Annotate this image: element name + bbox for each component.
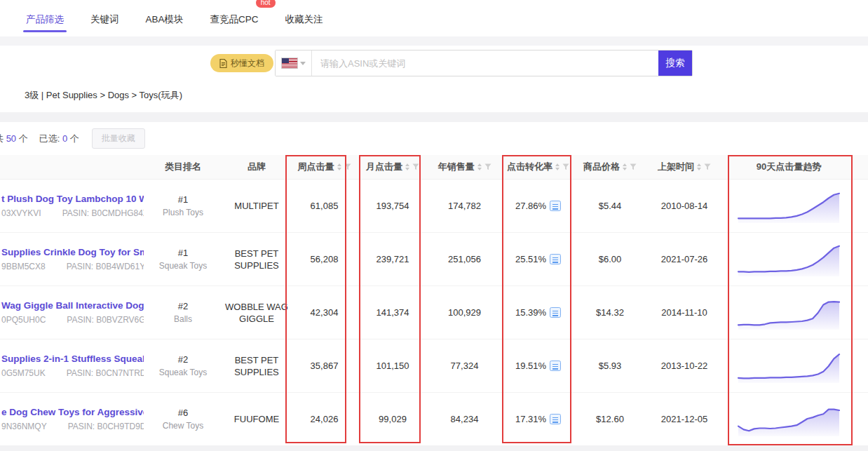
filter-funnel-icon[interactable]: [484, 163, 491, 170]
filter-funnel-icon[interactable]: [704, 163, 711, 170]
month-clicks-value: 239,721: [358, 254, 428, 264]
product-asin-line: 0G5M75UK PASIN: B0CN7NTRDC: [1, 368, 144, 378]
tab-label: 关键词: [90, 14, 119, 25]
trend-sparkline: [736, 187, 841, 225]
week-clicks-value: 61,085: [291, 201, 358, 211]
header-week-clicks: 周点击量: [291, 161, 358, 173]
year-sales-value: 77,324: [428, 361, 501, 371]
filter-funnel-icon[interactable]: [412, 163, 419, 170]
header-category-rank: 类目排名: [144, 161, 222, 173]
total-count: 50: [6, 133, 16, 144]
filter-funnel-icon[interactable]: [562, 163, 569, 170]
result-toolbar: 共 50 个 已选: 0 个 批量收藏: [0, 122, 868, 155]
tab-label: 收藏关注: [285, 14, 323, 25]
pasin: PASIN: B0CN7NTRDC: [67, 368, 144, 378]
conversion-detail-icon[interactable]: [550, 201, 561, 211]
tab-product-filter[interactable]: 产品筛选: [25, 2, 65, 35]
listed-date-value: 2014-11-10: [645, 307, 724, 318]
rank-number: #2: [178, 354, 188, 365]
conversion-value: 15.39%: [515, 307, 546, 318]
asin-fragment: 0PQ5UH0C: [1, 315, 46, 325]
product-title-link[interactable]: e Dog Chew Toys for Aggressive Chew...: [1, 407, 144, 417]
header-label: 商品价格: [583, 161, 620, 173]
pasin: PASIN: B0B4WD61Y6: [67, 262, 144, 271]
search-input[interactable]: [312, 51, 658, 76]
sort-icon[interactable]: [477, 163, 482, 170]
table-row: Supplies Crinkle Dog Toy for Small M... …: [0, 233, 868, 286]
top-tabbar: 产品筛选 关键词 ABA模块 查竞品CPC hot 收藏关注: [0, 0, 868, 36]
asin-fragment: 0G5M75UK: [1, 368, 46, 378]
trend-sparkline: [736, 241, 841, 278]
product-title-link[interactable]: t Plush Dog Toy Lambchop 10 White/T...: [1, 194, 144, 204]
conversion-value: 27.86%: [515, 201, 546, 211]
product-title-link[interactable]: Supplies 2-in-1 Stuffless Squeaky Do...: [1, 354, 144, 364]
header-listed-date: 上架时间: [645, 161, 724, 173]
product-title-link[interactable]: Supplies Crinkle Dog Toy for Small M...: [1, 247, 144, 257]
tab-keywords[interactable]: 关键词: [89, 2, 121, 35]
conversion-value: 19.51%: [515, 361, 546, 371]
doc-guide-button[interactable]: 秒懂文档: [210, 54, 273, 72]
price-value: $5.44: [575, 201, 645, 211]
conversion-detail-icon[interactable]: [550, 361, 561, 371]
year-sales-value: 100,929: [428, 307, 501, 318]
filter-funnel-icon[interactable]: [630, 163, 637, 170]
header-year-sales: 年销售量: [428, 161, 501, 173]
brand-name: FUUFOME: [234, 413, 279, 425]
marketplace-select[interactable]: [276, 51, 312, 76]
conversion-detail-icon[interactable]: [550, 307, 561, 318]
rank-category: Plush Toys: [163, 208, 203, 217]
header-brand: 品牌: [222, 161, 291, 173]
rank-number: #1: [178, 194, 188, 205]
price-value: $12.60: [575, 414, 645, 424]
selected-unit: 个: [70, 133, 79, 145]
batch-favorite-button[interactable]: 批量收藏: [92, 128, 145, 149]
tab-aba-module[interactable]: ABA模块: [144, 2, 185, 35]
header-label: 点击转化率: [507, 161, 552, 173]
asin-fragment: 9N36NMQY: [1, 422, 47, 431]
breadcrumb: 3级 | Pet Supplies > Dogs > Toys(玩具): [25, 89, 182, 102]
price-value: $5.93: [575, 361, 645, 371]
product-asin-line: 03XVYKVI PASIN: B0CMDHG84X: [1, 208, 144, 218]
week-clicks-value: 35,867: [291, 361, 358, 371]
tab-label: 产品筛选: [26, 14, 64, 25]
brand-name: WOBBLE WAG GIGGLE: [222, 301, 291, 325]
week-clicks-value: 56,208: [291, 254, 358, 264]
table-row: Supplies 2-in-1 Stuffless Squeaky Do... …: [0, 339, 868, 393]
sort-icon[interactable]: [623, 163, 627, 170]
document-icon: [219, 59, 227, 68]
product-asin-line: 0PQ5UH0C PASIN: B0BVZRV6GK: [1, 315, 144, 325]
sort-icon[interactable]: [405, 163, 409, 170]
section-gap: [0, 36, 868, 46]
sort-icon[interactable]: [555, 163, 560, 170]
search-button[interactable]: 搜索: [658, 51, 692, 76]
listed-date-value: 2021-12-05: [645, 414, 724, 424]
month-clicks-value: 101,150: [358, 361, 428, 371]
sort-icon[interactable]: [337, 163, 341, 170]
header-label: 品牌: [247, 161, 266, 173]
product-title-link[interactable]: Wag Giggle Ball Interactive Dog Toy ...: [1, 300, 144, 311]
conversion-detail-icon[interactable]: [550, 254, 561, 264]
bottom-band: [0, 445, 868, 451]
listed-date-value: 2021-07-26: [645, 254, 724, 264]
header-label: 月点击量: [366, 161, 402, 173]
doc-guide-label: 秒懂文档: [231, 58, 264, 69]
product-asin-line: 9N36NMQY PASIN: B0CH9TD9DF: [1, 422, 144, 431]
table-row: Wag Giggle Ball Interactive Dog Toy ... …: [0, 286, 868, 339]
rank-number: #1: [178, 248, 188, 258]
week-clicks-value: 24,026: [291, 414, 358, 424]
brand-name: BEST PET SUPPLIES: [222, 248, 291, 271]
sort-icon[interactable]: [697, 163, 701, 170]
header-label: 周点击量: [298, 161, 334, 173]
us-flag-icon: [282, 58, 297, 68]
conversion-detail-icon[interactable]: [550, 414, 561, 424]
listed-date-value: 2010-08-14: [645, 201, 724, 211]
trend-sparkline: [736, 347, 841, 385]
pasin: PASIN: B0CMDHG84X: [62, 208, 144, 218]
filter-funnel-icon[interactable]: [344, 163, 351, 170]
header-click-conversion: 点击转化率: [501, 161, 575, 173]
tab-favorites[interactable]: 收藏关注: [284, 2, 325, 35]
tab-competitor-cpc[interactable]: 查竞品CPC hot: [209, 2, 260, 35]
week-clicks-value: 42,304: [291, 307, 358, 318]
header-label: 年销售量: [438, 161, 475, 173]
selected-label: 已选:: [39, 133, 60, 145]
